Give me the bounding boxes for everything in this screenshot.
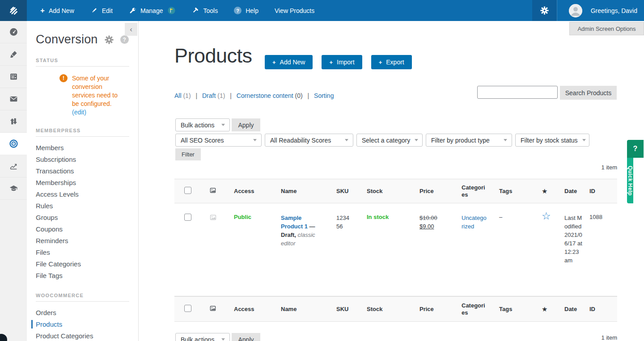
- export-button[interactable]: + Export: [371, 55, 412, 69]
- sidebar-item-forms[interactable]: [0, 66, 27, 88]
- sidebar-item-email[interactable]: [0, 88, 27, 110]
- quick-help-tab[interactable]: ? Quick Help: [627, 140, 644, 203]
- sidebar-item-files[interactable]: Files: [36, 247, 129, 258]
- chevron-down-icon: [221, 338, 225, 341]
- sidebar-item-reminders[interactable]: Reminders: [36, 235, 129, 247]
- search-products-button[interactable]: Search Products: [560, 86, 617, 100]
- readability-scores-select[interactable]: All Readability Scores: [265, 134, 353, 147]
- access-status: Public: [234, 214, 251, 220]
- select-all-checkbox[interactable]: [184, 187, 191, 194]
- image-column-icon: [209, 187, 216, 194]
- sidebar-item-members[interactable]: Members: [36, 142, 129, 154]
- seo-scores-select[interactable]: All SEO Scores: [175, 134, 262, 147]
- category-link[interactable]: Uncategorized: [462, 214, 487, 231]
- header-access[interactable]: Access: [224, 188, 266, 194]
- search-products-input[interactable]: [477, 86, 558, 99]
- view-cornerstone-link[interactable]: Cornerstone content: [237, 92, 293, 99]
- avatar: [569, 4, 582, 17]
- apply-button[interactable]: Apply: [232, 118, 260, 131]
- header-categories[interactable]: Categories: [462, 184, 486, 198]
- header-tags[interactable]: Tags: [492, 188, 532, 194]
- sidebar-item-updown[interactable]: [0, 110, 27, 133]
- category-select[interactable]: Select a category: [356, 134, 423, 147]
- header-stock[interactable]: Stock: [358, 188, 405, 194]
- sidebar-item-transactions[interactable]: Transactions: [36, 165, 129, 177]
- sidebar-item-analytics[interactable]: [0, 155, 27, 177]
- header-price[interactable]: Price: [405, 188, 452, 194]
- header-stock[interactable]: Stock: [358, 306, 405, 312]
- product-name-link[interactable]: Sample Product 1: [281, 215, 308, 230]
- manage-menu[interactable]: Manage: [121, 0, 184, 21]
- view-all-link[interactable]: All: [174, 92, 182, 99]
- edit-menu[interactable]: Edit: [82, 0, 121, 21]
- header-price[interactable]: Price: [405, 306, 452, 312]
- site-logo[interactable]: [0, 0, 27, 21]
- panel-settings-gear-icon[interactable]: [105, 35, 114, 44]
- question-mark-icon: ?: [627, 140, 644, 158]
- admin-settings-button[interactable]: [532, 0, 557, 21]
- admin-screen-options-button[interactable]: Admin Screen Options: [569, 22, 644, 35]
- header-categories[interactable]: Categories: [462, 302, 486, 316]
- sidebar-item-products[interactable]: Products: [36, 319, 129, 330]
- row-checkbox[interactable]: [184, 214, 191, 221]
- sidebar-item-builder[interactable]: [0, 43, 27, 66]
- warning-edit-link[interactable]: (edit): [72, 109, 86, 116]
- featured-star-column-icon: ★: [542, 305, 547, 313]
- paintbrush-icon: [9, 50, 18, 59]
- header-sku[interactable]: SKU: [329, 306, 358, 312]
- line-chart-icon: [9, 161, 18, 171]
- view-products-menu[interactable]: View Products: [267, 0, 322, 21]
- sidebar-item-dashboard[interactable]: [0, 21, 27, 43]
- sidebar-item-courses[interactable]: [0, 177, 27, 200]
- collapse-panel-button[interactable]: ‹: [125, 23, 137, 36]
- dashboard-gauge-icon: [9, 27, 18, 37]
- panel-help-icon[interactable]: ?: [120, 35, 129, 44]
- header-sku[interactable]: SKU: [329, 188, 358, 194]
- product-type-select[interactable]: Filter by product type: [426, 134, 512, 147]
- view-sorting-link[interactable]: Sorting: [314, 92, 334, 99]
- add-new-menu[interactable]: + Add New: [32, 0, 82, 21]
- tools-menu[interactable]: Tools: [183, 0, 226, 21]
- bulk-actions-select[interactable]: Bulk actions: [175, 118, 230, 131]
- sidebar-item-product-categories[interactable]: Product Categories: [36, 330, 129, 341]
- tags-value: –: [492, 203, 532, 220]
- filter-button[interactable]: Filter: [175, 148, 201, 160]
- header-name[interactable]: Name: [266, 306, 329, 312]
- account-menu[interactable]: Greetings, David: [557, 0, 644, 21]
- woocommerce-section-heading: WOOCOMMERCE: [36, 293, 129, 298]
- featured-star-toggle[interactable]: ☆: [542, 212, 551, 220]
- sidebar-item-groups[interactable]: Groups: [36, 212, 129, 223]
- select-all-checkbox[interactable]: [184, 305, 191, 312]
- sidebar-item-rules[interactable]: Rules: [36, 200, 129, 212]
- id-value: 1088: [584, 203, 617, 220]
- add-new-button[interactable]: + Add New: [265, 55, 313, 69]
- header-date[interactable]: Date: [557, 188, 584, 194]
- header-id[interactable]: ID: [584, 306, 617, 312]
- header-name[interactable]: Name: [266, 188, 329, 194]
- header-access[interactable]: Access: [224, 306, 266, 312]
- sidebar-item-subscriptions[interactable]: Subscriptions: [36, 154, 129, 165]
- sidebar-item-orders[interactable]: Orders: [36, 307, 129, 319]
- sidebar-item-file-categories[interactable]: File Categories: [36, 258, 129, 270]
- sidebar-item-conversion[interactable]: [0, 133, 27, 155]
- header-date[interactable]: Date: [557, 306, 584, 312]
- separator: |: [195, 92, 197, 99]
- warning-exclamation-icon: !: [59, 74, 68, 82]
- view-draft-link[interactable]: Draft: [202, 92, 216, 99]
- sidebar-item-memberships[interactable]: Memberships: [36, 177, 129, 189]
- quick-help-label: Quick Help: [627, 158, 633, 203]
- form-table-icon: [9, 72, 18, 81]
- apply-button-bottom[interactable]: Apply: [232, 333, 260, 341]
- sidebar-item-access-levels[interactable]: Access Levels: [36, 189, 129, 200]
- sidebar-item-file-tags[interactable]: File Tags: [36, 270, 129, 282]
- view-draft-count: (1): [217, 92, 225, 99]
- header-id[interactable]: ID: [584, 188, 617, 194]
- featured-star-column-icon: ★: [542, 187, 547, 195]
- help-menu[interactable]: ? Help: [226, 0, 267, 21]
- sidebar-item-coupons[interactable]: Coupons: [36, 223, 129, 235]
- import-button[interactable]: + Import: [322, 55, 362, 69]
- bulk-actions-select-bottom[interactable]: Bulk actions: [175, 333, 230, 341]
- header-tags[interactable]: Tags: [492, 306, 532, 312]
- product-image-placeholder-icon: [209, 214, 217, 221]
- stock-status-select[interactable]: Filter by stock status: [515, 134, 589, 147]
